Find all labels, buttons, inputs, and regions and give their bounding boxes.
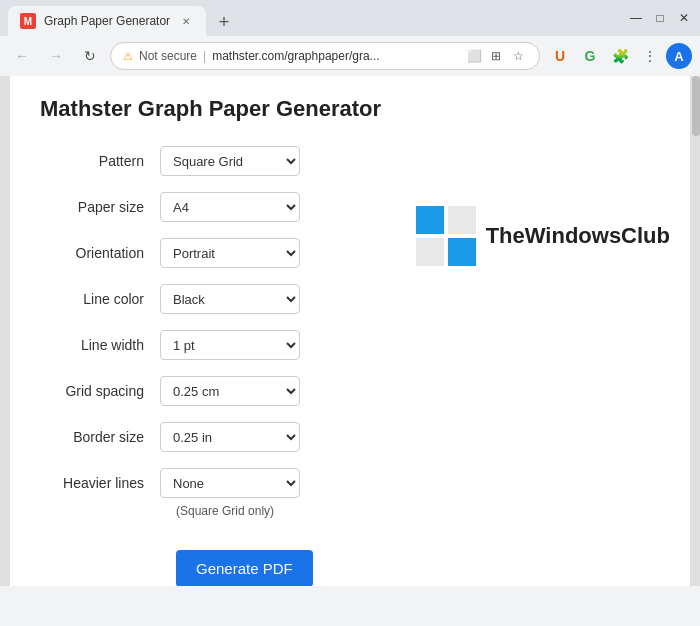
star-icon[interactable]: ☆ bbox=[509, 47, 527, 65]
orientation-select[interactable]: Portrait Landscape bbox=[160, 238, 300, 268]
watermark-text: TheWindowsClub bbox=[486, 223, 670, 249]
minimize-button[interactable]: — bbox=[628, 10, 644, 26]
u-extension-icon[interactable]: U bbox=[546, 42, 574, 70]
omnibox[interactable]: ⚠ Not secure | mathster.com/graphpaper/g… bbox=[110, 42, 540, 70]
scrollbar-track[interactable] bbox=[692, 76, 700, 586]
maximize-button[interactable]: □ bbox=[652, 10, 668, 26]
forward-button[interactable]: → bbox=[42, 42, 70, 70]
address-bar: ← → ↻ ⚠ Not secure | mathster.com/graphp… bbox=[0, 36, 700, 76]
orientation-label: Orientation bbox=[40, 245, 160, 261]
omnibox-icons: ⬜ ⊞ ☆ bbox=[465, 47, 527, 65]
line-color-row: Line color Black Blue Gray Red bbox=[40, 284, 660, 314]
tab-title: Graph Paper Generator bbox=[44, 14, 170, 28]
line-width-label: Line width bbox=[40, 337, 160, 353]
grid-spacing-select[interactable]: 0.25 cm 0.5 cm 1 cm 2 cm bbox=[160, 376, 300, 406]
grid-spacing-label: Grid spacing bbox=[40, 383, 160, 399]
pattern-row: Pattern Square Grid Dot Grid Hexagonal I… bbox=[40, 146, 660, 176]
menu-icon[interactable]: ⋮ bbox=[636, 42, 664, 70]
toolbar-icons: U G 🧩 ⋮ A bbox=[546, 42, 692, 70]
browser-chrome: M Graph Paper Generator ✕ + — □ ✕ ← → ↻ … bbox=[0, 0, 700, 76]
svg-rect-2 bbox=[416, 238, 444, 266]
close-button[interactable]: ✕ bbox=[676, 10, 692, 26]
border-size-label: Border size bbox=[40, 429, 160, 445]
url-display: mathster.com/graphpaper/gra... bbox=[212, 49, 459, 63]
grid-spacing-row: Grid spacing 0.25 cm 0.5 cm 1 cm 2 cm bbox=[40, 376, 660, 406]
paper-size-label: Paper size bbox=[40, 199, 160, 215]
page-title: Mathster Graph Paper Generator bbox=[40, 96, 660, 122]
line-color-label: Line color bbox=[40, 291, 160, 307]
heavier-lines-label: Heavier lines bbox=[40, 475, 160, 491]
twc-logo bbox=[416, 206, 476, 266]
svg-rect-3 bbox=[448, 238, 476, 266]
heavier-lines-row: Heavier lines None Every 5 Every 10 bbox=[40, 468, 660, 498]
g-extension-icon[interactable]: G bbox=[576, 42, 604, 70]
border-size-select[interactable]: 0.25 in 0.5 in 1 in None bbox=[160, 422, 300, 452]
security-icon: ⚠ bbox=[123, 50, 133, 63]
tab-close-button[interactable]: ✕ bbox=[178, 13, 194, 29]
new-tab-button[interactable]: + bbox=[210, 8, 238, 36]
svg-rect-0 bbox=[416, 206, 444, 234]
pattern-label: Pattern bbox=[40, 153, 160, 169]
not-secure-text: Not secure bbox=[139, 49, 197, 63]
watermark: TheWindowsClub bbox=[416, 206, 670, 266]
line-width-select[interactable]: 0.5 pt 1 pt 1.5 pt 2 pt bbox=[160, 330, 300, 360]
pattern-select[interactable]: Square Grid Dot Grid Hexagonal Isometric bbox=[160, 146, 300, 176]
heavier-lines-select[interactable]: None Every 5 Every 10 bbox=[160, 468, 300, 498]
active-tab[interactable]: M Graph Paper Generator ✕ bbox=[8, 6, 206, 36]
refresh-button[interactable]: ↻ bbox=[76, 42, 104, 70]
line-color-select[interactable]: Black Blue Gray Red bbox=[160, 284, 300, 314]
border-size-row: Border size 0.25 in 0.5 in 1 in None bbox=[40, 422, 660, 452]
title-bar: M Graph Paper Generator ✕ + — □ ✕ bbox=[0, 0, 700, 36]
heavier-lines-note: (Square Grid only) bbox=[40, 504, 660, 518]
svg-rect-1 bbox=[448, 206, 476, 234]
profile-avatar[interactable]: A bbox=[666, 43, 692, 69]
paper-size-select[interactable]: A4 A3 Letter Legal bbox=[160, 192, 300, 222]
generate-pdf-button[interactable]: Generate PDF bbox=[176, 550, 313, 586]
back-button[interactable]: ← bbox=[8, 42, 36, 70]
button-container: Generate PDF bbox=[160, 534, 660, 586]
grid-icon[interactable]: ⊞ bbox=[487, 47, 505, 65]
tab-favicon: M bbox=[20, 13, 36, 29]
scrollbar-thumb[interactable] bbox=[692, 76, 700, 136]
window-controls: — □ ✕ bbox=[628, 10, 692, 26]
puzzle-icon[interactable]: 🧩 bbox=[606, 42, 634, 70]
page-content: TheWindowsClub Mathster Graph Paper Gene… bbox=[10, 76, 690, 586]
line-width-row: Line width 0.5 pt 1 pt 1.5 pt 2 pt bbox=[40, 330, 660, 360]
cast-icon[interactable]: ⬜ bbox=[465, 47, 483, 65]
tab-bar: M Graph Paper Generator ✕ + bbox=[8, 0, 628, 36]
